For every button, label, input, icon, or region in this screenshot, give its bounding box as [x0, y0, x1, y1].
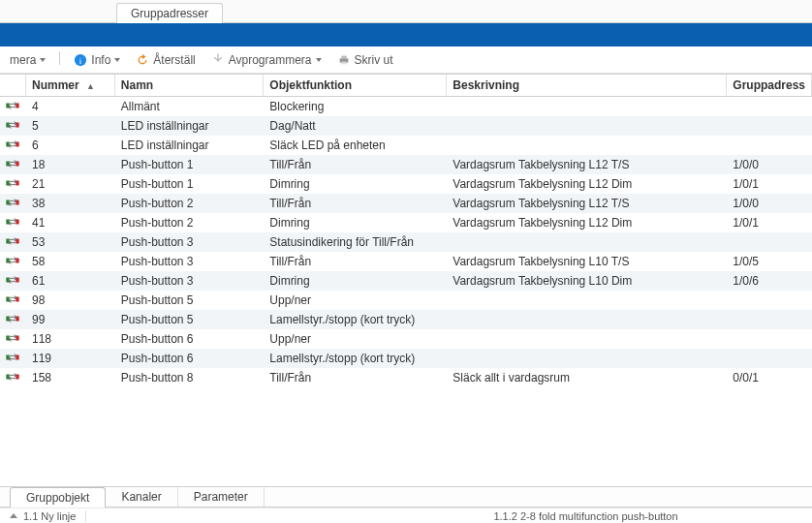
- cell-beskrivning: Vardagsrum Takbelysning L10 Dim: [447, 271, 727, 291]
- table-row[interactable]: 58Push-button 3Till/FrånVardagsrum Takbe…: [0, 252, 812, 271]
- cell-nummer: 4: [26, 97, 115, 116]
- svg-rect-3: [341, 55, 346, 58]
- cell-gruppadress: [727, 136, 812, 155]
- toolbar-reset[interactable]: Återställ: [132, 51, 199, 69]
- cell-objektfunktion: Dimring: [264, 174, 447, 194]
- group-object-icon: [6, 293, 19, 307]
- cell-namn: Push-button 5: [114, 291, 264, 310]
- objects-table: Nummer ▲ Namn Objektfunktion Beskrivning…: [0, 75, 812, 387]
- cell-nummer: 119: [26, 349, 115, 368]
- cell-namn: LED inställningar: [114, 116, 264, 136]
- cell-objektfunktion: Till/Från: [264, 194, 447, 213]
- cell-beskrivning: [447, 136, 727, 155]
- cell-gruppadress: 1/0/1: [727, 174, 812, 194]
- cell-gruppadress: [727, 116, 812, 136]
- cell-gruppadress: [727, 232, 812, 252]
- table-row[interactable]: 5LED inställningarDag/Natt: [0, 116, 812, 136]
- cell-beskrivning: Vardagsrum Takbelysning L12 Dim: [447, 213, 727, 232]
- table-row[interactable]: 4AllmäntBlockering: [0, 97, 812, 116]
- table-row[interactable]: 53Push-button 3Statusindikering för Till…: [0, 232, 812, 252]
- cell-nummer: 158: [26, 368, 115, 387]
- cell-objektfunktion: Lamellstyr./stopp (kort tryck): [264, 349, 447, 368]
- col-namn[interactable]: Namn: [114, 75, 264, 97]
- col-beskrivning[interactable]: Beskrivning: [447, 75, 727, 97]
- table-row[interactable]: 38Push-button 2Till/FrånVardagsrum Takbe…: [0, 194, 812, 213]
- cell-objektfunktion: Upp/ner: [264, 291, 447, 310]
- svg-rect-4: [341, 61, 346, 64]
- cell-nummer: 61: [26, 271, 115, 291]
- cell-objektfunktion: Till/Från: [264, 252, 447, 271]
- cell-gruppadress: 1/0/0: [727, 194, 812, 213]
- group-object-icon: [6, 138, 19, 152]
- col-nummer[interactable]: Nummer ▲: [26, 75, 115, 97]
- cell-namn: Push-button 1: [114, 174, 264, 194]
- col-gruppadress[interactable]: Gruppadress: [727, 75, 812, 97]
- group-object-icon: [6, 177, 19, 191]
- toolbar: mera i Info Återställ Avprogrammera Skri…: [0, 46, 812, 74]
- cell-objektfunktion: Dimring: [264, 271, 447, 291]
- toolbar-info-label: Info: [91, 53, 110, 67]
- tab-group-addresses[interactable]: Gruppadresser: [116, 3, 223, 23]
- tab-parameter[interactable]: Parameter: [178, 487, 265, 507]
- unprogram-icon: [211, 53, 225, 67]
- cell-gruppadress: [727, 349, 812, 368]
- status-line[interactable]: 1.1 Ny linje: [0, 510, 86, 522]
- cell-nummer: 98: [26, 291, 115, 310]
- tab-gruppobjekt[interactable]: Gruppobjekt: [10, 487, 106, 508]
- table-row[interactable]: 18Push-button 1Till/FrånVardagsrum Takbe…: [0, 155, 812, 174]
- table-row[interactable]: 21Push-button 1DimringVardagsrum Takbely…: [0, 174, 812, 194]
- table-row[interactable]: 98Push-button 5Upp/ner: [0, 291, 812, 310]
- table-row[interactable]: 41Push-button 2DimringVardagsrum Takbely…: [0, 213, 812, 232]
- group-object-icon: [6, 197, 19, 210]
- status-bar: 1.1 Ny linje 1.1.2 2-8 fold multifunctio…: [0, 508, 812, 523]
- cell-beskrivning: [447, 291, 727, 310]
- cell-beskrivning: [447, 310, 727, 329]
- cell-objektfunktion: Dimring: [264, 213, 447, 232]
- bottom-tab-strip: Gruppobjekt Kanaler Parameter: [0, 486, 812, 508]
- group-object-icon: [6, 332, 19, 346]
- cell-nummer: 118: [26, 329, 115, 349]
- col-objektfunktion[interactable]: Objektfunktion: [264, 75, 447, 97]
- cell-gruppadress: [727, 310, 812, 329]
- col-icon[interactable]: [0, 75, 26, 97]
- cell-objektfunktion: Blockering: [264, 97, 447, 116]
- cell-namn: LED inställningar: [114, 136, 264, 155]
- cell-namn: Push-button 6: [114, 349, 264, 368]
- toolbar-more[interactable]: mera: [6, 51, 49, 69]
- toolbar-print-label: Skriv ut: [355, 53, 393, 67]
- chevron-down-icon: [114, 58, 120, 62]
- table-row[interactable]: 119Push-button 6Lamellstyr./stopp (kort …: [0, 349, 812, 368]
- table-row[interactable]: 6LED inställningarSläck LED på enheten: [0, 136, 812, 155]
- chevron-down-icon: [316, 58, 322, 62]
- group-object-icon: [6, 119, 19, 133]
- toolbar-info[interactable]: i Info: [70, 51, 124, 69]
- collapse-up-icon: [10, 513, 17, 518]
- toolbar-reset-label: Återställ: [153, 53, 195, 67]
- cell-namn: Push-button 6: [114, 329, 264, 349]
- cell-objektfunktion: Dag/Natt: [264, 116, 447, 136]
- toolbar-print[interactable]: Skriv ut: [333, 51, 397, 69]
- cell-nummer: 58: [26, 252, 115, 271]
- cell-gruppadress: 1/0/1: [727, 213, 812, 232]
- cell-objektfunktion: Upp/ner: [264, 329, 447, 349]
- cell-namn: Push-button 3: [114, 252, 264, 271]
- table-row[interactable]: 158Push-button 8Till/FrånSläck allt i va…: [0, 368, 812, 387]
- cell-beskrivning: Vardagsrum Takbelysning L10 T/S: [447, 252, 727, 271]
- status-line-label: 1.1 Ny linje: [23, 510, 76, 522]
- cell-objektfunktion: Lamellstyr./stopp (kort tryck): [264, 310, 447, 329]
- cell-beskrivning: [447, 97, 727, 116]
- col-nummer-label: Nummer: [32, 78, 79, 92]
- table-row[interactable]: 118Push-button 6Upp/ner: [0, 329, 812, 349]
- group-object-icon: [6, 371, 19, 385]
- cell-namn: Push-button 3: [114, 232, 264, 252]
- table-row[interactable]: 61Push-button 3DimringVardagsrum Takbely…: [0, 271, 812, 291]
- tab-kanaler[interactable]: Kanaler: [106, 487, 177, 507]
- cell-nummer: 99: [26, 310, 115, 329]
- objects-table-wrap: Nummer ▲ Namn Objektfunktion Beskrivning…: [0, 74, 812, 488]
- toolbar-unprogram[interactable]: Avprogrammera: [207, 51, 326, 69]
- top-tab-strip: Gruppadresser: [0, 0, 812, 23]
- cell-objektfunktion: Släck LED på enheten: [264, 136, 447, 155]
- cell-namn: Push-button 3: [114, 271, 264, 291]
- table-row[interactable]: 99Push-button 5Lamellstyr./stopp (kort t…: [0, 310, 812, 329]
- cell-namn: Allmänt: [114, 97, 264, 116]
